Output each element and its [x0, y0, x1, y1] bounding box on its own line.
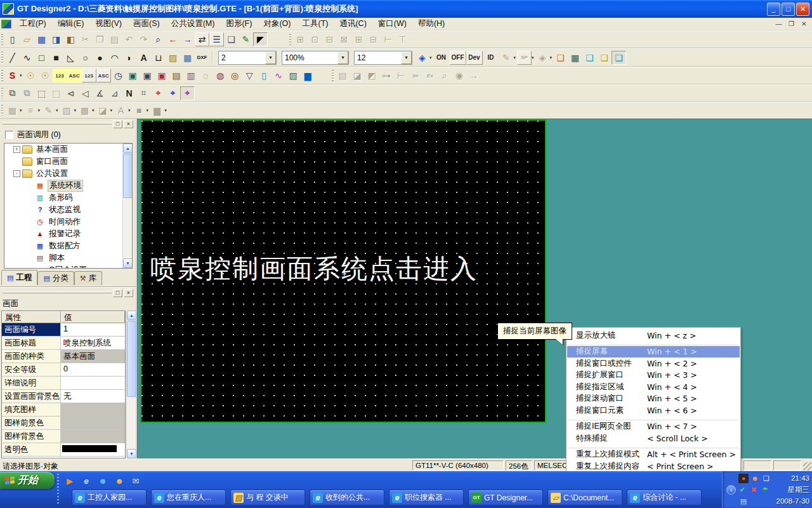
property-row[interactable]: 透明色 [2, 443, 125, 457]
select-cursor-icon[interactable]: ◤ [253, 32, 268, 46]
device-search-icon[interactable]: ⌕ [151, 32, 166, 46]
tree-item[interactable]: 窗口画面 [4, 156, 132, 168]
property-value[interactable]: 0 [61, 363, 125, 376]
filled-circle-icon[interactable]: ● [93, 51, 107, 65]
taskbar-task-button[interactable]: GT GT Designer... [468, 490, 543, 505]
dock-tab[interactable]: ⚒ 库 [74, 271, 102, 285]
scroll-down-icon[interactable]: ▼ [123, 258, 133, 268]
circle-icon[interactable]: ○ [78, 51, 93, 65]
screen-copy-icon[interactable]: ❏ [553, 51, 568, 65]
polygon-icon[interactable]: ◺ [63, 51, 78, 65]
sector-icon[interactable]: ◗ [122, 51, 136, 65]
alarm-list-icon[interactable]: ▥ [184, 69, 199, 83]
ime-tray-icon[interactable]: ▤ [738, 497, 749, 506]
tree-expander-icon[interactable] [26, 194, 33, 201]
import-tool-icon[interactable]: Im [409, 69, 423, 83]
text-color-icon[interactable]: A [114, 104, 128, 117]
script-edit-icon[interactable]: ◪ [350, 69, 365, 83]
polyline-icon[interactable]: ∿ [20, 51, 34, 65]
tree-scrollbar[interactable]: ▲ ▼ [122, 144, 132, 268]
tray-collapse-icon[interactable]: ‹ [726, 485, 736, 495]
dropdown-arrow-icon[interactable]: ▼ [337, 51, 348, 64]
property-row[interactable]: 填充图样 [2, 403, 125, 417]
undo-icon[interactable]: ↶ [122, 32, 136, 46]
menu-item[interactable]: 通讯(C) [334, 17, 372, 30]
display-tray-icon[interactable]: ❏ [761, 474, 771, 483]
parts-word-icon[interactable]: ◍ [213, 69, 228, 83]
line-icon[interactable]: ╱ [5, 51, 20, 65]
select-object-icon[interactable]: ⌖ [166, 86, 180, 100]
scroll-up-icon[interactable]: ▲ [123, 144, 133, 153]
screen-call-checkbox[interactable] [5, 131, 13, 139]
menu-item[interactable]: 对象(O) [258, 17, 296, 30]
select-figure-icon[interactable]: ⌖ [151, 86, 166, 100]
taskbar-task-button[interactable]: ▤ 与 程 交谈中 [230, 490, 305, 505]
import-icon[interactable]: ◧ [63, 32, 78, 46]
open-icon[interactable]: ▱ [20, 32, 34, 46]
dropdown-caret-icon[interactable]: ▾ [429, 55, 432, 60]
align-objects-icon[interactable]: ⌗ [136, 86, 151, 100]
context-menu-item[interactable]: 重复上次捕捉模式 Alt + < Print Screen > [567, 449, 740, 461]
tree-expander-icon[interactable] [26, 231, 33, 237]
bar-graph-icon[interactable]: ▆ [301, 69, 315, 83]
font-size-combo[interactable]: 12 ▼ [354, 51, 412, 65]
property-value[interactable] [61, 403, 125, 416]
screen-design-canvas[interactable]: 喷泉控制画面系统点击进入 + [140, 119, 546, 423]
tree-item[interactable]: ▦ 数据配方 [4, 240, 132, 252]
align-middle-icon[interactable]: ⊞ [351, 32, 366, 46]
dropdown-caret-icon[interactable]: ▾ [550, 55, 553, 60]
taskbar-task-button[interactable]: ▱ C:\Document... [547, 490, 622, 505]
dropdown-caret-icon[interactable]: ▾ [514, 55, 516, 60]
sp-style-icon[interactable]: SP [517, 51, 532, 65]
tree-expander-icon[interactable] [26, 206, 33, 213]
property-value[interactable]: 无 [61, 390, 125, 403]
comment-bit-icon[interactable]: ▣ [126, 69, 140, 83]
panel-float-button[interactable]: □ [113, 289, 122, 297]
context-menu-item[interactable] [568, 445, 738, 448]
scroll-up-icon[interactable]: ▲ [127, 311, 136, 320]
arc-icon[interactable]: ◠ [107, 51, 122, 65]
tree-expander-icon[interactable] [26, 255, 33, 262]
id-toggle-label[interactable]: ID [483, 51, 499, 65]
align-center-icon[interactable]: ⊡ [308, 32, 322, 46]
copy-icon[interactable]: ❐ [93, 32, 107, 46]
image-icon[interactable]: ▦ [180, 51, 195, 65]
context-menu-item[interactable] [568, 342, 738, 345]
context-menu-item[interactable]: 特殊捕捉 < Scroll Lock > [567, 432, 740, 444]
menu-item[interactable]: 画面(S) [128, 17, 166, 30]
save-icon[interactable]: ▦ [34, 32, 49, 46]
dropdown-caret-icon[interactable]: ▾ [20, 73, 22, 78]
property-value[interactable]: 1 [61, 323, 125, 336]
menu-item[interactable]: 编辑(E) [52, 17, 90, 30]
messenger-icon[interactable]: ☻ [96, 474, 109, 487]
property-value[interactable] [61, 430, 125, 443]
edit-vertex-icon[interactable]: N [122, 86, 136, 100]
context-menu-item[interactable]: 显示放大镜 Win + < z > [567, 330, 740, 342]
dropdown-caret-icon[interactable]: ▾ [56, 108, 58, 113]
menu-item[interactable]: 图形(F) [220, 17, 258, 30]
cut-icon[interactable]: ✂ [78, 32, 93, 46]
dropdown-caret-icon[interactable]: ▾ [92, 108, 95, 113]
numeric-input-icon[interactable]: 123 [82, 69, 96, 83]
panel-close-button[interactable]: × [124, 289, 133, 297]
context-menu-item[interactable] [568, 417, 738, 420]
export-tool-icon[interactable]: Ex [423, 69, 438, 83]
tree-item[interactable]: ◷ 时间动作 [4, 216, 132, 228]
panel-float-button[interactable]: □ [113, 120, 122, 128]
report-icon[interactable]: ▤ [336, 69, 350, 83]
property-value[interactable] [61, 443, 125, 456]
property-scrollbar[interactable]: ▲ ▼ [126, 311, 136, 458]
chat-tray-icon[interactable]: ☻ [750, 474, 760, 483]
dropdown-arrow-icon[interactable]: ▼ [401, 51, 412, 64]
property-row[interactable]: 画面标题 喷泉控制系统 [2, 337, 125, 350]
umbrella-tray-icon[interactable]: ☂ [760, 485, 770, 495]
property-row[interactable]: 详细说明 [2, 377, 125, 390]
dock-tab[interactable]: ▤ 工程 [1, 270, 37, 285]
tree-expander-icon[interactable] [26, 182, 33, 189]
menu-item[interactable]: 帮助(H) [412, 17, 450, 30]
line-width-icon[interactable]: ✎ [41, 104, 56, 117]
mail-icon[interactable]: ✉ [129, 474, 142, 487]
dxf-icon[interactable]: DXF [195, 51, 209, 65]
previous-screen-icon[interactable]: ← [166, 32, 180, 46]
tree-expander-icon[interactable]: - [13, 170, 20, 177]
